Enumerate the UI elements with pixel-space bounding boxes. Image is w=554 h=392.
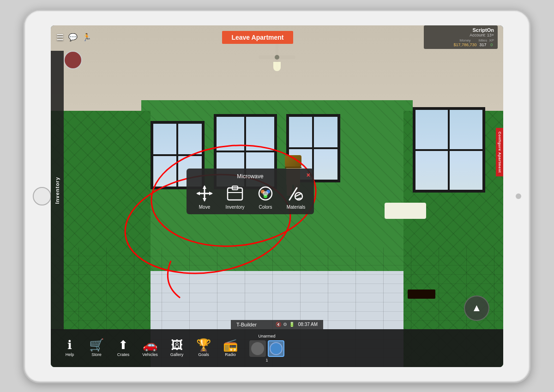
vehicles-label: Vehicles <box>142 352 158 357</box>
home-button[interactable] <box>33 187 51 205</box>
toolbar-gallery[interactable]: 🖼 Gallery <box>163 337 190 359</box>
inventory-sidebar[interactable]: Inventory <box>51 51 64 330</box>
weapon-label: Unarmed <box>258 334 275 338</box>
battery-icon: 🔋 <box>289 322 295 327</box>
store-label: Store <box>91 352 102 357</box>
colors-label: Colors <box>259 205 272 210</box>
mute-icon: 🔇 <box>276 322 281 327</box>
svg-line-17 <box>296 193 301 196</box>
svg-marker-4 <box>203 198 206 202</box>
configure-apartment-sidebar[interactable]: Configure Apartment <box>496 128 503 176</box>
gallery-label: Gallery <box>170 352 184 357</box>
context-menu: Microwave × <box>187 169 314 214</box>
t-builder-time: 08:37 AM <box>298 322 318 327</box>
ceiling-fan <box>259 53 295 62</box>
toolbar-help[interactable]: ℹ Help <box>56 337 83 359</box>
hud-account: Account: 13+ <box>428 33 494 37</box>
colors-icon <box>255 183 276 204</box>
money-label: Money <box>454 38 477 42</box>
help-icon: ℹ <box>67 339 72 351</box>
inventory-label: Inventory <box>54 177 60 204</box>
move-label: Move <box>199 205 210 210</box>
goals-label: Goals <box>198 352 209 357</box>
toolbar-store[interactable]: 🛒 Store <box>83 337 110 359</box>
settings-icon: ⚙ <box>283 322 287 327</box>
context-move-button[interactable]: Move <box>193 183 216 210</box>
context-inventory-button[interactable]: Inventory <box>223 183 247 210</box>
hud-username: ScriptOn <box>428 27 494 33</box>
context-menu-close-button[interactable]: × <box>307 171 310 179</box>
game-screen: ☰ 💬 🏃 Leave Apartment ScriptOn Account: … <box>51 25 503 367</box>
inventory-icon <box>225 183 245 204</box>
chat-icon[interactable]: 💬 <box>68 33 78 42</box>
hud-money: Money $17,786,730 <box>454 38 477 47</box>
hamburger-icon[interactable]: ☰ <box>56 32 64 42</box>
slot-number: 1 <box>265 358 268 362</box>
weapon-slot-active[interactable] <box>268 340 284 357</box>
jump-button[interactable]: ▲ <box>464 296 489 321</box>
context-colors-button[interactable]: Colors <box>254 183 277 210</box>
help-label: Help <box>66 352 74 357</box>
configure-apartment-label: Configure Apartment <box>498 132 502 173</box>
miles-value: 317 <box>479 42 488 47</box>
money-value: $17,786,730 <box>454 42 477 47</box>
hud-panel: ScriptOn Account: 13+ Money $17,786,730 … <box>424 25 498 49</box>
move-icon <box>194 183 215 204</box>
char-hat <box>285 155 301 168</box>
player-icon[interactable]: 🏃 <box>82 33 91 42</box>
materials-label: Materials <box>287 205 306 210</box>
svg-marker-5 <box>196 192 200 195</box>
radio-icon: 📻 <box>223 339 238 351</box>
inventory-label-ctx: Inventory <box>225 205 244 210</box>
toolbar-crates[interactable]: ⬆ Crates <box>110 337 137 359</box>
toolbar-radio[interactable]: 📻 Radio <box>217 337 244 359</box>
svg-point-14 <box>263 191 268 196</box>
game-scene: ☰ 💬 🏃 Leave Apartment ScriptOn Account: … <box>51 25 503 367</box>
weapon-slot-row <box>249 340 284 357</box>
tablet-frame: ☰ 💬 🏃 Leave Apartment ScriptOn Account: … <box>23 9 531 383</box>
xp-value: 0 <box>489 42 494 47</box>
crates-label: Crates <box>117 352 130 357</box>
materials-icon <box>286 183 306 204</box>
hud-xp: XP 0 <box>489 38 494 47</box>
gallery-icon: 🖼 <box>171 339 183 351</box>
radio-label: Radio <box>225 352 236 357</box>
toolbar-goals[interactable]: 🏆 Goals <box>190 337 217 359</box>
weapon-slots: Unarmed 1 <box>249 334 284 362</box>
t-builder-icons: 🔇 ⚙ 🔋 <box>276 322 295 327</box>
miles-label: Miles <box>479 38 488 42</box>
top-bar: ☰ 💬 🏃 Leave Apartment ScriptOn Account: … <box>51 25 503 49</box>
goals-icon: 🏆 <box>196 339 211 351</box>
t-builder-label: T-Builder <box>236 322 272 327</box>
sofa <box>385 203 426 219</box>
store-icon: 🛒 <box>89 339 104 351</box>
svg-marker-3 <box>203 185 206 189</box>
leave-apartment-button[interactable]: Leave Apartment <box>222 31 293 44</box>
table <box>408 289 435 299</box>
toolbar-vehicles[interactable]: 🚗 Vehicles <box>137 337 163 359</box>
top-left-icons: ☰ 💬 🏃 <box>56 32 91 42</box>
window-4 <box>413 107 485 193</box>
context-materials-button[interactable]: Materials <box>284 183 307 210</box>
hud-stats: Money $17,786,730 Miles 317 XP 0 <box>428 38 494 47</box>
up-arrow-icon: ▲ <box>472 302 482 314</box>
context-menu-title: Microwave <box>193 173 307 180</box>
weapon-slot-gray[interactable] <box>249 340 266 357</box>
t-builder-bar: T-Builder 🔇 ⚙ 🔋 08:37 AM <box>231 320 323 329</box>
svg-marker-6 <box>209 192 213 195</box>
hud-miles: Miles 317 <box>479 38 488 47</box>
power-button[interactable] <box>516 193 521 199</box>
vehicles-icon: 🚗 <box>143 339 157 351</box>
svg-line-18 <box>297 198 301 199</box>
minimap[interactable] <box>64 51 82 69</box>
crates-icon: ⬆ <box>118 339 128 351</box>
xp-label: XP <box>489 38 494 42</box>
bottom-toolbar: ℹ Help 🛒 Store ⬆ Crates 🚗 Vehicles <box>51 329 503 367</box>
context-menu-items: Move Inventory <box>193 183 307 210</box>
